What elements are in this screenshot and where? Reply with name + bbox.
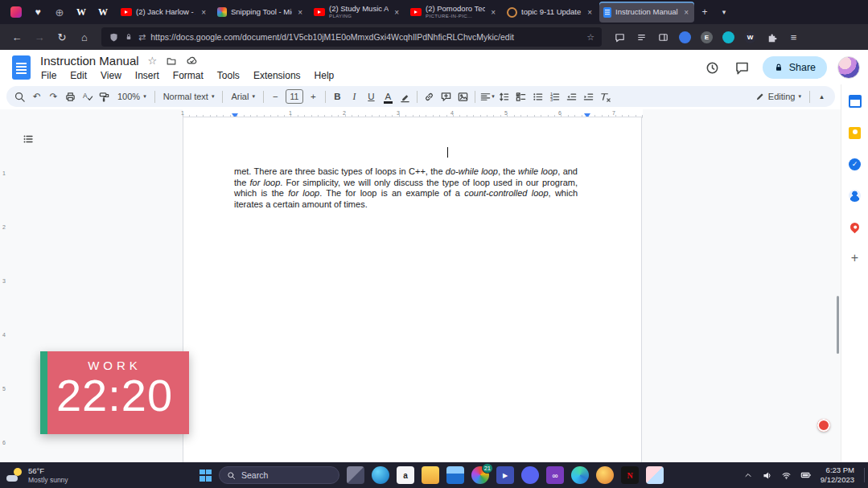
comment-history-icon[interactable]: [733, 58, 752, 77]
highlight-color-button[interactable]: [397, 88, 413, 105]
menu-item-edit[interactable]: Edit: [64, 68, 93, 83]
document-scrollbar[interactable]: [837, 296, 839, 354]
bold-button[interactable]: B: [329, 88, 346, 105]
undo-button[interactable]: ↶: [28, 88, 45, 105]
extension-w-icon[interactable]: W: [740, 27, 760, 47]
version-history-icon[interactable]: [703, 58, 722, 77]
start-button[interactable]: [200, 470, 212, 482]
swap-icon[interactable]: ⇄: [138, 32, 146, 43]
reload-button[interactable]: ↻: [51, 27, 72, 47]
extension-e-icon[interactable]: E: [697, 27, 717, 47]
movies-app-icon[interactable]: ▶: [496, 466, 514, 484]
paragraph-style-select[interactable]: Normal text▾: [158, 88, 220, 105]
taskbar-weather-widget[interactable]: 56°F Mostly sunny: [6, 462, 68, 488]
bookmark-star-icon[interactable]: ☆: [586, 32, 594, 43]
pinned-tab-heart-icon[interactable]: ♥: [28, 2, 47, 22]
redo-button[interactable]: ↷: [45, 88, 62, 105]
forward-button[interactable]: →: [29, 27, 50, 47]
browser-tab[interactable]: Snipping Tool - Micr ×: [213, 2, 308, 23]
discord-icon[interactable]: [521, 466, 539, 484]
photos-app-icon[interactable]: 21: [471, 466, 489, 484]
volume-icon[interactable]: [761, 469, 774, 482]
zoom-select[interactable]: 100%▾: [113, 88, 151, 105]
decrease-font-size-button[interactable]: −: [267, 88, 284, 105]
tab-close-button[interactable]: ×: [393, 8, 401, 17]
menu-item-help[interactable]: Help: [308, 68, 341, 83]
pinned-tab-wikipedia-icon[interactable]: W: [72, 2, 91, 22]
browser-tab[interactable]: topic 9-11 Update ×: [503, 2, 598, 23]
spellcheck-button[interactable]: A: [79, 88, 96, 105]
browser-tab[interactable]: (2) Pomodoro TechniPICTURE-IN-PIC... ×: [406, 2, 501, 23]
tab-close-button[interactable]: ×: [489, 8, 497, 17]
text-color-button[interactable]: A: [380, 88, 397, 105]
reader-list-icon[interactable]: [631, 27, 652, 47]
browser-tab-active[interactable]: Instruction Manual - G ×: [599, 2, 694, 23]
sidebar-toggle-icon[interactable]: [653, 27, 673, 47]
editing-mode-select[interactable]: Editing ▾: [750, 88, 806, 105]
pinned-tab-globe-icon[interactable]: ⊕: [50, 2, 69, 22]
extension-blue-icon[interactable]: [675, 27, 695, 47]
battery-icon[interactable]: [800, 469, 812, 482]
line-spacing-button[interactable]: [496, 88, 512, 105]
url-bar[interactable]: ⇄ https://docs.google.com/document/d/1V5…: [101, 27, 602, 47]
insert-image-button[interactable]: [455, 88, 471, 105]
share-button[interactable]: Share: [763, 56, 827, 79]
pinned-tab-instagram-icon[interactable]: [6, 2, 26, 22]
google-docs-logo[interactable]: [12, 55, 31, 80]
document-page[interactable]: met. There are three basic types of loop…: [183, 117, 642, 462]
pomodoro-extension-icon[interactable]: [817, 419, 830, 432]
back-button[interactable]: ←: [6, 27, 27, 47]
search-menus-button[interactable]: [11, 88, 28, 105]
tab-close-button[interactable]: ×: [682, 8, 690, 17]
align-button[interactable]: ▾: [479, 88, 496, 105]
italic-button[interactable]: I: [346, 88, 363, 105]
browser-tab[interactable]: (2) Study Music AlphaPLAYING ×: [310, 2, 405, 23]
print-button[interactable]: [62, 88, 79, 105]
cloud-status-icon[interactable]: [186, 55, 198, 67]
checklist-button[interactable]: [512, 88, 529, 105]
tray-chevron-up-icon[interactable]: [742, 469, 755, 482]
file-explorer-icon[interactable]: [422, 466, 439, 484]
new-tab-button[interactable]: +: [695, 2, 714, 22]
browser-tab[interactable]: (2) Jack Harlow - Alre ×: [117, 2, 212, 23]
visual-studio-icon[interactable]: ∞: [546, 466, 564, 484]
font-select[interactable]: Arial▾: [226, 88, 260, 105]
tab-close-button[interactable]: ×: [200, 8, 208, 17]
chat-icon[interactable]: [610, 27, 630, 47]
document-title[interactable]: Instruction Manual: [40, 54, 139, 68]
contacts-icon[interactable]: [848, 188, 862, 203]
numbered-list-button[interactable]: 123: [546, 88, 563, 105]
tab-close-button[interactable]: ×: [296, 8, 304, 17]
pomodoro-timer-window[interactable]: WORK 22:20: [40, 351, 189, 434]
tab-close-button[interactable]: ×: [586, 8, 594, 17]
bulleted-list-button[interactable]: [529, 88, 546, 105]
increase-font-size-button[interactable]: +: [305, 88, 322, 105]
paint-app-icon[interactable]: [646, 466, 664, 484]
tasks-icon[interactable]: ✓: [848, 157, 862, 171]
move-folder-icon[interactable]: [166, 55, 177, 67]
mail-app-icon[interactable]: [446, 466, 464, 484]
add-comment-button[interactable]: [438, 88, 455, 105]
menu-item-file[interactable]: File: [35, 68, 63, 83]
calendar-icon[interactable]: [848, 94, 862, 109]
menu-item-format[interactable]: Format: [167, 68, 210, 83]
browser-app-icon[interactable]: [372, 466, 389, 484]
list-all-tabs-button[interactable]: ▾: [714, 2, 734, 22]
underline-button[interactable]: U: [363, 88, 380, 105]
extensions-puzzle-icon[interactable]: [762, 27, 782, 47]
taskbar-clock[interactable]: 6:23 PM 9/12/2023: [821, 465, 854, 486]
clear-formatting-button[interactable]: [597, 88, 614, 105]
add-addon-button[interactable]: +: [848, 251, 862, 265]
decrease-indent-button[interactable]: [563, 88, 580, 105]
app-icon-orange[interactable]: [596, 466, 614, 484]
account-avatar[interactable]: [837, 56, 860, 79]
maps-icon[interactable]: [848, 219, 862, 234]
increase-indent-button[interactable]: [580, 88, 597, 105]
extension-teal-icon[interactable]: [718, 27, 738, 47]
collapse-toolbar-button[interactable]: ▴: [813, 88, 830, 105]
netflix-icon[interactable]: N: [621, 466, 639, 484]
paint-format-button[interactable]: [96, 88, 113, 105]
pinned-tab-wikipedia-2-icon[interactable]: W: [93, 2, 113, 22]
home-button[interactable]: ⌂: [74, 27, 95, 47]
edge-icon[interactable]: [571, 466, 589, 484]
